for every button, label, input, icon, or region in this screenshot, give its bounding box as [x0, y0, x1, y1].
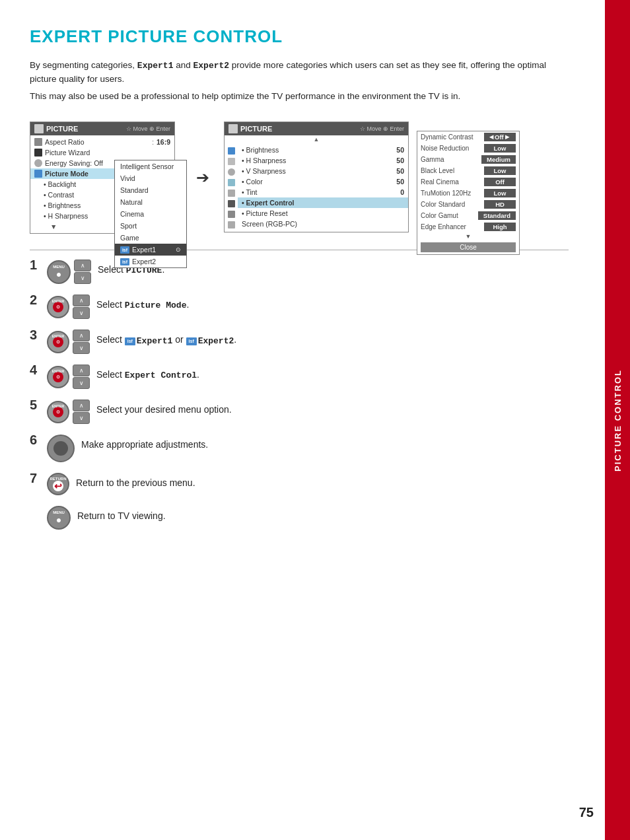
screenshot-area: PICTURE ☆ Move ⊕ Enter Aspect Ratio : 16… — [30, 122, 569, 234]
wizard-icon — [34, 149, 42, 157]
tv-menu1-header: PICTURE ☆ Move ⊕ Enter — [30, 122, 174, 135]
step5-icons: ENTER ⊙ ∧ ∨ — [47, 400, 90, 424]
rp-row-blacklevel: Black Level Low — [417, 165, 519, 176]
step4-number: 4 — [30, 363, 40, 376]
tv2-row-tint: • Tint 0 — [238, 187, 408, 197]
energy-icon — [34, 159, 42, 167]
right-panel: Dynamic Contrast ◀ Off ▶ Noise Reduction… — [417, 131, 520, 255]
step1-menu-btn: MENU ● — [47, 260, 71, 284]
m2-icon5 — [228, 190, 235, 197]
scroll-up-indicator: ▲ — [225, 135, 408, 143]
step5-up: ∧ — [73, 400, 90, 411]
icon-row2 — [225, 156, 238, 166]
tv2-row-hsharp: • H Sharpness 50 — [238, 155, 408, 166]
tv-menu2-header: PICTURE ☆ Move ⊕ Enter — [225, 122, 408, 135]
tv2-row-brightness: • Brightness 50 — [238, 145, 408, 155]
step-6-row: 6 Make appropriate adjustments. — [30, 433, 569, 462]
step-4-row: 4 ENTER ⊙ ∧ ∨ Select Expert Control. — [30, 363, 569, 389]
rp-row-dyncontrast: Dynamic Contrast ◀ Off ▶ — [417, 131, 519, 143]
menu2-rows: • Brightness 50 • H Sharpness 50 • V Sha… — [238, 145, 408, 230]
step2-number: 2 — [30, 293, 40, 306]
step4-up: ∧ — [73, 365, 90, 376]
tv-menu1-title: PICTURE — [46, 125, 123, 133]
step-7-row: 7 RETURN ↩ Return to the previous menu. — [30, 472, 569, 495]
step-3-row: 3 ENTER ⊙ ∧ ∨ Select isf Expert1 or isf … — [30, 328, 569, 354]
tv-menu2-body: • Brightness 50 • H Sharpness 50 • V Sha… — [225, 143, 408, 232]
tv2-row-vsharp: • V Sharpness 50 — [238, 166, 408, 176]
step6-circle-inner — [53, 441, 68, 456]
expert2-badge: isf — [120, 258, 129, 265]
step8-menu-btn: MENU ● — [47, 506, 71, 530]
page-title: EXPERT PICTURE CONTROL — [30, 26, 569, 47]
step3-arrows: ∧ ∨ — [73, 330, 90, 354]
dp-item-expert1[interactable]: isf Expert1 ⊙ — [115, 244, 186, 256]
step6-text: Make appropriate adjustments. — [81, 433, 208, 452]
m2-icon8 — [228, 221, 235, 228]
step1-down: ∨ — [74, 272, 91, 284]
icon-row1 — [225, 145, 238, 156]
rp-row-realcinema: Real Cinema Off — [417, 176, 519, 188]
step5-down: ∨ — [73, 412, 90, 424]
step3-up: ∧ — [73, 330, 90, 341]
step-1-row: 1 MENU ● ∧ ∨ Select PICTURE. — [30, 258, 569, 284]
step4-arrows: ∧ ∨ — [73, 365, 90, 389]
step5-number: 5 — [30, 398, 40, 411]
rp-scroll-down: ▼ — [417, 232, 519, 240]
step7-return-btn: RETURN ↩ — [47, 473, 69, 495]
dp-item-cinema[interactable]: Cinema — [115, 208, 186, 220]
step-8-row: 8 MENU ● Return to TV viewing. — [30, 505, 569, 530]
step6-circle-btn — [47, 435, 75, 462]
icon-row8 — [225, 219, 238, 230]
sidebar: PICTURE CONTROL — [605, 0, 630, 840]
dp-item-natural[interactable]: Natural — [115, 196, 186, 208]
step8-icons: MENU ● — [47, 506, 71, 530]
arrow-between-menus: ➔ — [193, 168, 212, 187]
rp-row-trumotion: TruMotion 120Hz Low — [417, 188, 519, 199]
step2-up: ∧ — [73, 295, 90, 306]
tv-menu-row-wizard: Picture Wizard — [30, 147, 174, 158]
step7-icons: RETURN ↩ — [47, 473, 69, 495]
step7-text: Return to the previous menu. — [76, 472, 195, 490]
menu2-icons — [225, 145, 238, 230]
dp-item-intelligent[interactable]: Intelligent Sensor — [115, 160, 186, 172]
rp-close-button[interactable]: Close — [421, 242, 516, 252]
step4-icons: ENTER ⊙ ∧ ∨ — [47, 365, 90, 389]
tv2-row-screenrgb: Screen (RGB-PC) — [238, 219, 408, 229]
icon-row5 — [225, 188, 238, 198]
tv-menu2: PICTURE ☆ Move ⊕ Enter ▲ — [224, 122, 409, 232]
step2-text: Select Picture Mode. — [96, 293, 189, 312]
m2-icon2 — [228, 158, 235, 165]
step2-down: ∨ — [73, 307, 90, 319]
step8-text: Return to TV viewing. — [77, 505, 166, 523]
dp-item-expert2[interactable]: isf Expert2 — [115, 256, 186, 267]
step1-number: 1 — [30, 258, 40, 271]
dp-item-standard[interactable]: Standard — [115, 184, 186, 196]
step1-icons: MENU ● ∧ ∨ — [47, 260, 91, 284]
step4-text: Select Expert Control. — [96, 363, 199, 382]
dropdown-popup: Intelligent Sensor Vivid Standard Natura… — [114, 160, 187, 268]
rp-row-edgeenhancer: Edge Enhancer High — [417, 221, 519, 232]
step5-arrows: ∧ ∨ — [73, 400, 90, 424]
dp-item-game[interactable]: Game — [115, 232, 186, 244]
step7-number: 7 — [30, 472, 40, 485]
tv-menu2-nav: ☆ Move ⊕ Enter — [360, 125, 404, 132]
step2-icons: ENTER ⊙ ∧ ∨ — [47, 295, 90, 319]
step1-up: ∧ — [74, 260, 91, 271]
pictmode-icon — [34, 170, 42, 178]
dp-item-sport[interactable]: Sport — [115, 220, 186, 232]
step2-arrows: ∧ ∨ — [73, 295, 90, 319]
tv2-row-color: • Color 50 — [238, 176, 408, 187]
step5-enter-btn: ENTER ⊙ — [47, 401, 69, 423]
step4-enter-inner: ⊙ — [53, 372, 63, 382]
step2-enter-inner: ⊙ — [53, 302, 63, 312]
step3-icons: ENTER ⊙ ∧ ∨ — [47, 330, 90, 354]
tv-menu1-nav: ☆ Move ⊕ Enter — [126, 125, 170, 132]
dp-item-vivid[interactable]: Vivid — [115, 172, 186, 184]
tv2-row-expertctrl: • Expert Control — [238, 197, 408, 208]
sidebar-label: PICTURE CONTROL — [613, 369, 623, 472]
m2-icon4 — [228, 179, 235, 186]
step3-number: 3 — [30, 328, 40, 341]
m2-icon3 — [228, 168, 235, 176]
step3-down: ∨ — [73, 342, 90, 354]
intro-pre: By segmenting categories, — [30, 60, 137, 70]
